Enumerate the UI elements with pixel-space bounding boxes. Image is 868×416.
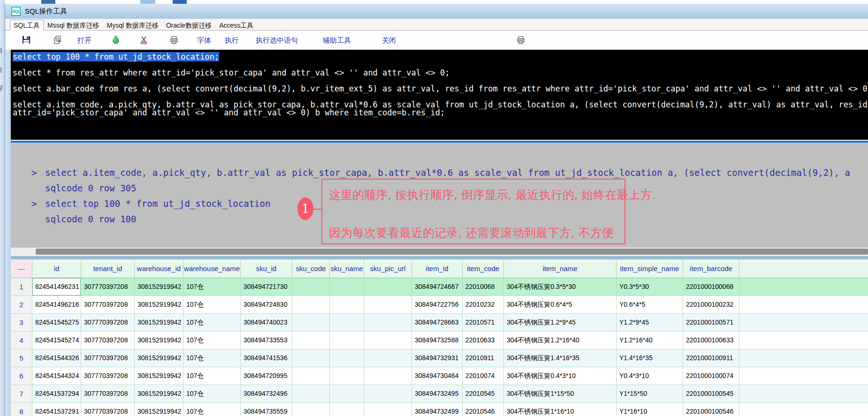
grid-cell[interactable]: 307770397208: [81, 403, 135, 416]
column-header[interactable]: id: [32, 260, 81, 278]
horizontal-scrollbar[interactable]: [11, 248, 868, 256]
sql-line[interactable]: attr_id='pick_stor_capa' and attr_val <>…: [11, 109, 868, 117]
column-header[interactable]: item_code: [463, 260, 504, 278]
grid-cell[interactable]: 304不锈钢压簧1*15*50: [504, 385, 617, 403]
grid-cell[interactable]: Y1*16*10: [617, 403, 683, 416]
grid-cell[interactable]: 308494730464: [412, 367, 463, 385]
grid-cell[interactable]: [330, 403, 364, 416]
grid-cell[interactable]: 308494733553: [241, 332, 292, 349]
grid-cell[interactable]: [330, 314, 364, 332]
grid-cell[interactable]: 304不锈钢压簧1.2*9*45: [504, 314, 617, 332]
grid-cell[interactable]: 308494728663: [412, 314, 463, 332]
grid-cell[interactable]: [364, 349, 412, 367]
column-header[interactable]: warehouse_id: [135, 260, 183, 278]
row-number[interactable]: 4: [11, 332, 32, 349]
grid-cell[interactable]: 308494732499: [412, 403, 463, 416]
grid-cell[interactable]: Y1.4*16*35: [617, 349, 683, 367]
grid-cell[interactable]: 824541545275: [32, 314, 81, 332]
grid-corner-header[interactable]: —: [11, 260, 32, 278]
grid-cell[interactable]: [330, 278, 364, 296]
grid-cell[interactable]: 22010074: [463, 367, 504, 385]
grid-cell[interactable]: 304不锈钢压簧1*16*10: [504, 403, 617, 416]
grid-cell[interactable]: 22010068: [463, 278, 504, 296]
grid-cell[interactable]: 2201000100232: [683, 296, 739, 314]
font-button[interactable]: 字体: [197, 35, 211, 45]
grid-cell[interactable]: [292, 385, 330, 403]
row-number[interactable]: 1: [11, 278, 32, 296]
grid-cell[interactable]: 307770397208: [81, 278, 135, 296]
grid-cell[interactable]: 107仓: [183, 385, 241, 403]
grid-cell[interactable]: 307770397208: [81, 349, 135, 367]
grid-cell[interactable]: 22010911: [463, 349, 504, 367]
grid-cell[interactable]: 2201000100068: [683, 278, 739, 296]
grid-cell[interactable]: [364, 385, 412, 403]
grid-cell[interactable]: 308152919942: [135, 332, 183, 349]
grid-cell[interactable]: 107仓: [183, 314, 241, 332]
tab-mssql-migration[interactable]: Mssql 数据库迁移: [44, 20, 103, 31]
row-number[interactable]: 5: [11, 349, 32, 367]
grid-cell[interactable]: 304不锈钢压簧1.2*16*40: [504, 332, 617, 349]
grid-cell[interactable]: 304不锈钢压簧1.4*16*35: [504, 349, 617, 367]
grid-cell[interactable]: 2201000100571: [683, 314, 739, 332]
copy-icon[interactable]: [53, 35, 62, 45]
grid-cell[interactable]: [330, 332, 364, 349]
column-header[interactable]: item_name: [504, 260, 617, 278]
grid-cell[interactable]: [364, 296, 412, 314]
grid-cell[interactable]: 22010232: [463, 296, 504, 314]
grid-cell[interactable]: 107仓: [183, 367, 241, 385]
row-number[interactable]: 7: [11, 385, 32, 403]
grid-cell[interactable]: 2201000100911: [683, 349, 739, 367]
grid-cell[interactable]: 308494720995: [241, 367, 292, 385]
grid-cell[interactable]: 2201000100633: [683, 332, 739, 349]
grid-cell[interactable]: [292, 349, 330, 367]
grid-cell[interactable]: [364, 332, 412, 349]
grid-cell[interactable]: 22010545: [463, 385, 504, 403]
grid-cell[interactable]: 824541496231: [32, 278, 81, 296]
grid-cell[interactable]: [364, 403, 412, 416]
grid-cell[interactable]: 308494735559: [241, 403, 292, 416]
tab-mysql-migration[interactable]: Mysql 数据库迁移: [103, 20, 162, 31]
column-header[interactable]: item_barcode: [683, 260, 739, 278]
titlebar[interactable]: SQL SQL操作工具: [5, 4, 868, 19]
tab-access-tools[interactable]: Access工具: [215, 20, 257, 31]
grid-cell[interactable]: 824541496216: [32, 296, 81, 314]
grid-cell[interactable]: 308494732495: [412, 385, 463, 403]
grid-cell[interactable]: [330, 367, 364, 385]
grid-cell[interactable]: [292, 296, 330, 314]
execute-button[interactable]: 执行: [225, 35, 239, 45]
grid-cell[interactable]: [292, 403, 330, 416]
column-header[interactable]: sku_id: [241, 260, 292, 278]
grid-cell[interactable]: 107仓: [183, 332, 241, 349]
grid-cell[interactable]: 304不锈钢压簧0.3*5*30: [504, 278, 617, 296]
grid-cell[interactable]: Y0.4*3*10: [617, 367, 683, 385]
tab-oracle-migration[interactable]: Oracle数据迁移: [162, 20, 215, 31]
sql-line[interactable]: select * from res_attr where attr_id='pi…: [11, 69, 868, 77]
grid-cell[interactable]: 308494732588: [412, 332, 463, 349]
column-header[interactable]: sku_pic_url: [364, 260, 412, 278]
grid-cell[interactable]: [364, 367, 412, 385]
grid-cell[interactable]: 308494722756: [412, 296, 463, 314]
grid-cell[interactable]: 308152919942: [135, 367, 183, 385]
grid-cell[interactable]: Y1*15*50: [617, 385, 683, 403]
column-header[interactable]: [739, 260, 868, 278]
grid-cell[interactable]: 824541545274: [32, 332, 81, 349]
grid-cell[interactable]: 22010571: [463, 314, 504, 332]
grid-cell[interactable]: 308152919942: [135, 349, 183, 367]
grid-cell[interactable]: [364, 314, 412, 332]
grid-cell[interactable]: 22010633: [463, 332, 504, 349]
row-number[interactable]: 3: [11, 314, 32, 332]
open-button[interactable]: 打开: [77, 35, 91, 45]
row-number[interactable]: 8: [11, 403, 32, 416]
grid-cell[interactable]: 307770397208: [81, 314, 135, 332]
execute-selected-button[interactable]: 执行选中语句: [256, 35, 298, 45]
save-icon[interactable]: [22, 35, 31, 45]
grid-cell[interactable]: [292, 367, 330, 385]
grid-cell[interactable]: Y1.2*16*40: [617, 332, 683, 349]
column-header[interactable]: tenant_id: [81, 260, 135, 278]
column-header[interactable]: item_id: [412, 260, 463, 278]
grid-cell[interactable]: Y1.2*9*45: [617, 314, 683, 332]
grid-cell[interactable]: 107仓: [183, 296, 241, 314]
grid-cell[interactable]: 308494724667: [412, 278, 463, 296]
sql-editor[interactable]: select top 100 * from ut_jd_stock_locati…: [11, 50, 868, 143]
grid-cell[interactable]: 307770397208: [81, 367, 135, 385]
